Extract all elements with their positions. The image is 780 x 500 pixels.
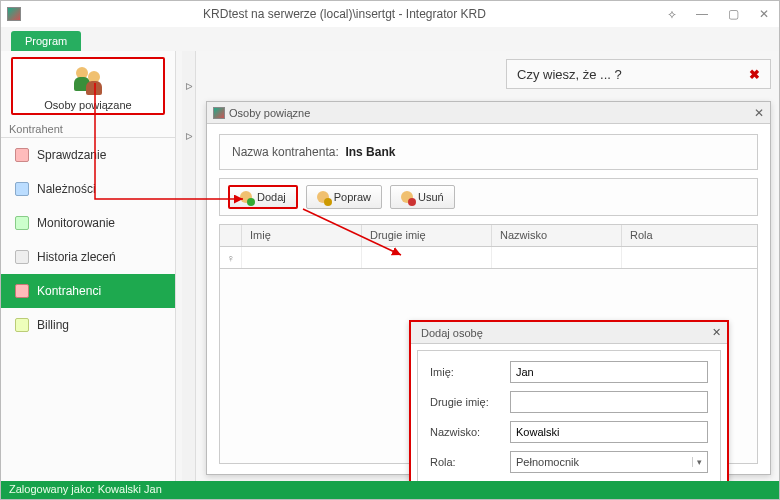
edit-person-icon xyxy=(317,191,329,203)
contractors-icon xyxy=(15,284,29,298)
rola-label: Rola: xyxy=(430,456,510,468)
dodaj-osobe-dialog: Dodaj osobę ✕ Imię: Drugie imię: xyxy=(409,320,729,500)
imie-field[interactable] xyxy=(510,361,708,383)
drugie-imie-field[interactable] xyxy=(510,391,708,413)
popraw-button[interactable]: Popraw xyxy=(306,185,382,209)
dodaj-osobe-title: Dodaj osobę xyxy=(421,327,483,339)
osoby-window-icon xyxy=(213,107,225,119)
column-imie[interactable]: Imię xyxy=(242,225,362,246)
filter-rola[interactable] xyxy=(622,247,757,268)
grid-selector-column xyxy=(220,225,242,246)
drugie-imie-label: Drugie imię: xyxy=(430,396,510,408)
osoby-toolbar: Dodaj Popraw Usuń xyxy=(219,178,758,216)
sidebar-item-historia[interactable]: Historia zleceń xyxy=(1,240,175,274)
tab-program[interactable]: Program xyxy=(11,31,81,51)
kontrahent-label: Nazwa kontrahenta: xyxy=(232,145,339,159)
sidebar-item-naleznosci[interactable]: Należności xyxy=(1,172,175,206)
chevron-down-icon: ▾ xyxy=(692,457,702,467)
billing-icon xyxy=(15,318,29,332)
check-icon xyxy=(15,148,29,162)
monitor-icon xyxy=(15,216,29,230)
filter-icon[interactable]: ♀ xyxy=(226,252,234,264)
sidebar-item-kontrahenci[interactable]: Kontrahenci xyxy=(1,274,175,308)
people-icon xyxy=(72,65,104,97)
window-minimize-icon[interactable]: — xyxy=(692,5,712,23)
dodaj-button[interactable]: Dodaj xyxy=(228,185,298,209)
tip-banner: Czy wiesz, że ... ? ✖ xyxy=(506,59,771,89)
column-rola[interactable]: Rola xyxy=(622,225,757,246)
nazwisko-label: Nazwisko: xyxy=(430,426,510,438)
sidebar-item-monitorowanie[interactable]: Monitorowanie xyxy=(1,206,175,240)
osoby-window: Osoby powiązne ✕ Nazwa kontrahenta: Ins … xyxy=(206,101,771,475)
sidebar-section-title: Kontrahent xyxy=(1,119,175,138)
kontrahent-info: Nazwa kontrahenta: Ins Bank xyxy=(219,134,758,170)
sidebar-item-sprawdzanie[interactable]: Sprawdzanie xyxy=(1,138,175,172)
osoby-window-title: Osoby powiązne xyxy=(229,107,310,119)
vertical-ruler: ᐅ ᐅ xyxy=(182,51,196,483)
sidebar-item-billing[interactable]: Billing xyxy=(1,308,175,342)
kontrahent-value: Ins Bank xyxy=(345,145,395,159)
column-drugie-imie[interactable]: Drugie imię xyxy=(362,225,492,246)
history-icon xyxy=(15,250,29,264)
filter-imie[interactable] xyxy=(242,247,362,268)
dodaj-osobe-close-icon[interactable]: ✕ xyxy=(712,326,721,339)
delete-person-icon xyxy=(401,191,413,203)
add-person-icon xyxy=(240,191,252,203)
column-nazwisko[interactable]: Nazwisko xyxy=(492,225,622,246)
window-title: KRDtest na serwerze (local)\insertgt - I… xyxy=(25,7,664,21)
window-close-icon[interactable]: ✕ xyxy=(755,5,773,23)
nazwisko-field[interactable] xyxy=(510,421,708,443)
money-icon xyxy=(15,182,29,196)
tip-banner-text: Czy wiesz, że ... ? xyxy=(517,67,622,82)
osoby-grid[interactable]: Imię Drugie imię Nazwisko Rola ♀ xyxy=(219,224,758,464)
rola-combobox[interactable]: Pełnomocnik ▾ xyxy=(510,451,708,473)
ruler-mark: ᐅ xyxy=(184,81,194,92)
rola-value: Pełnomocnik xyxy=(516,456,579,468)
statusbar: Zalogowany jako: Kowalski Jan xyxy=(1,481,779,499)
filter-drugie-imie[interactable] xyxy=(362,247,492,268)
window-maximize-icon[interactable]: ▢ xyxy=(724,5,743,23)
usun-button[interactable]: Usuń xyxy=(390,185,455,209)
ruler-mark: ᐅ xyxy=(184,131,194,142)
tip-banner-close-icon[interactable]: ✖ xyxy=(749,67,760,82)
osoby-powiazane-label: Osoby powiązane xyxy=(17,99,159,111)
statusbar-text: Zalogowany jako: Kowalski Jan xyxy=(9,483,162,495)
osoby-window-close-icon[interactable]: ✕ xyxy=(754,106,764,120)
osoby-powiazane-button[interactable]: Osoby powiązane xyxy=(11,57,165,115)
window-popout-icon[interactable]: ⟡ xyxy=(664,5,680,23)
filter-nazwisko[interactable] xyxy=(492,247,622,268)
app-icon xyxy=(7,7,21,21)
imie-label: Imię: xyxy=(430,366,510,378)
